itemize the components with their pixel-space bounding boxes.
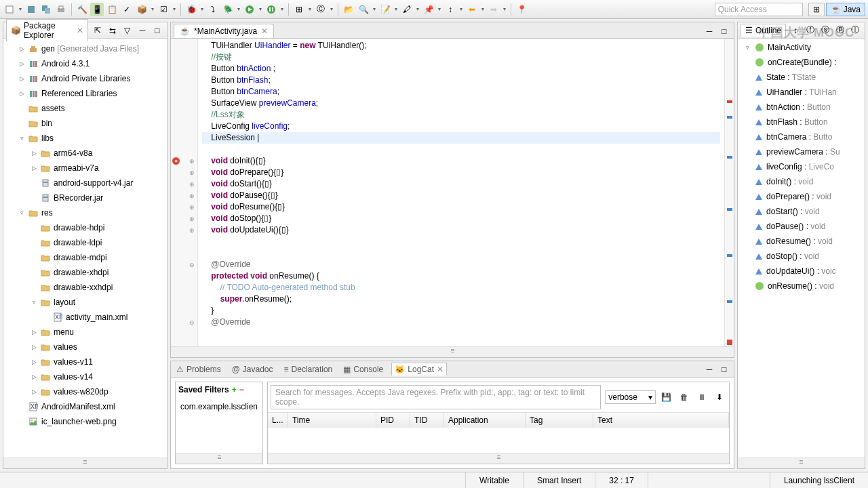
- close-icon[interactable]: ✕: [77, 26, 83, 35]
- logcat-search-input[interactable]: Search for messages. Accepts Java regexe…: [271, 385, 601, 409]
- overview-ruler[interactable]: [724, 39, 734, 346]
- hide-nonpublic-icon[interactable]: ⓟ: [833, 24, 847, 37]
- bottom-tab-declaration[interactable]: ≡Declaration: [281, 363, 336, 375]
- outline-tab[interactable]: ☰ Outline: [741, 24, 786, 37]
- dropdown-icon[interactable]: ▾: [279, 3, 285, 16]
- bottom-tab-javadoc[interactable]: @Javadoc: [229, 363, 276, 375]
- new-class-icon[interactable]: Ⓒ: [314, 3, 328, 16]
- print-icon[interactable]: [54, 3, 68, 16]
- column-header[interactable]: Application: [444, 413, 526, 428]
- tree-item[interactable]: ▿libs: [3, 131, 167, 146]
- tree-item[interactable]: ▷values-v11: [3, 354, 167, 369]
- dropdown-icon[interactable]: ▾: [150, 3, 155, 16]
- build-icon[interactable]: 🔨: [75, 3, 89, 16]
- column-header[interactable]: Text: [593, 413, 729, 428]
- tree-item[interactable]: xmlactivity_main.xml: [3, 310, 167, 325]
- tree-item[interactable]: xmlAndroidManifest.xml: [3, 399, 167, 414]
- column-header[interactable]: Time: [288, 413, 376, 428]
- code-area[interactable]: TUiHandler UiHandler = new TUiHandler();…: [198, 39, 724, 346]
- dropdown-icon[interactable]: ▾: [458, 3, 464, 16]
- minimize-icon[interactable]: ─: [703, 363, 716, 376]
- outline-item[interactable]: doInit() : void: [738, 174, 865, 189]
- clear-log-icon[interactable]: 🗑: [677, 390, 691, 404]
- horizontal-scrollbar[interactable]: [268, 453, 729, 464]
- hide-static-icon[interactable]: ⓢ: [818, 24, 832, 37]
- dropdown-icon[interactable]: ▾: [307, 3, 313, 16]
- task-icon[interactable]: 📝: [378, 3, 392, 16]
- dropdown-icon[interactable]: ▾: [502, 3, 507, 16]
- toggle-icon[interactable]: ☑: [157, 3, 170, 16]
- editor-tab[interactable]: ☕ *MainActivity.java ✕: [174, 24, 274, 38]
- minimize-icon[interactable]: ─: [136, 24, 149, 37]
- new-pkg-icon[interactable]: ⊞: [292, 3, 306, 16]
- tree-item[interactable]: ▷armeabi-v7a: [3, 161, 167, 176]
- open-perspective-button[interactable]: ⊞: [808, 3, 825, 16]
- skip-icon[interactable]: ⤵: [206, 3, 220, 16]
- maximize-icon[interactable]: □: [717, 24, 731, 38]
- tree-item[interactable]: drawable-ldpi: [3, 235, 167, 250]
- outline-item[interactable]: onResume() : void: [738, 279, 865, 293]
- outline-tree[interactable]: ▿ MainActivity onCreate(Bundle) :State :…: [738, 39, 865, 458]
- hide-local-icon[interactable]: ⓛ: [848, 24, 862, 37]
- dropdown-icon[interactable]: ▾: [372, 3, 377, 16]
- outline-item[interactable]: doStart() : void: [738, 204, 865, 219]
- sdk-icon[interactable]: 📱: [90, 3, 104, 16]
- column-header[interactable]: Tag: [526, 413, 593, 428]
- dropdown-icon[interactable]: ▾: [236, 3, 241, 16]
- tree-item[interactable]: drawable-mdpi: [3, 250, 167, 265]
- tree-item[interactable]: ▷gen [Generated Java Files]: [3, 41, 167, 56]
- open-type-icon[interactable]: 📂: [342, 3, 355, 16]
- dropdown-icon[interactable]: ▾: [415, 3, 420, 16]
- tree-item[interactable]: ▷Android 4.3.1: [3, 56, 167, 71]
- bottom-tab-console[interactable]: ▦Console: [340, 363, 386, 375]
- bottom-tab-logcat[interactable]: 🐱LogCat ✕: [391, 363, 447, 375]
- dropdown-icon[interactable]: ▾: [258, 3, 263, 16]
- minimize-icon[interactable]: ─: [703, 24, 716, 38]
- outline-item[interactable]: doResume() : void: [738, 234, 865, 249]
- outline-item[interactable]: btnFlash : Button: [738, 115, 865, 129]
- save-all-icon[interactable]: [39, 3, 53, 16]
- avd-icon[interactable]: 📋: [105, 3, 119, 16]
- java-perspective-button[interactable]: ☕Java: [826, 3, 865, 16]
- tree-item[interactable]: ▷Referenced Libraries: [3, 86, 167, 101]
- save-icon[interactable]: [24, 3, 38, 16]
- run-ext-icon[interactable]: [264, 3, 278, 16]
- view-menu-icon[interactable]: ▽: [121, 24, 134, 37]
- tree-item[interactable]: BRecorder.jar: [3, 190, 167, 205]
- new-project-icon[interactable]: 📦: [135, 3, 149, 16]
- package-explorer-tree[interactable]: ▷gen [Generated Java Files]▷Android 4.3.…: [3, 39, 167, 458]
- pin-icon[interactable]: 📌: [422, 3, 435, 16]
- tree-item[interactable]: ▿res: [3, 205, 167, 220]
- highlight-icon[interactable]: 🖍: [400, 3, 414, 16]
- tree-item[interactable]: bin: [3, 116, 167, 131]
- outline-item[interactable]: liveConfig : LiveCo: [738, 159, 865, 174]
- back-icon[interactable]: ⬅: [465, 3, 479, 16]
- outline-item[interactable]: State : TState: [738, 70, 865, 85]
- outline-item[interactable]: onCreate(Bundle) :: [738, 55, 865, 70]
- forward-icon[interactable]: ➡: [487, 3, 500, 16]
- save-log-icon[interactable]: 💾: [660, 390, 673, 404]
- tree-item[interactable]: ic_launcher-web.png: [3, 414, 167, 429]
- column-header[interactable]: PID: [376, 413, 410, 428]
- dropdown-icon[interactable]: ▾: [393, 3, 399, 16]
- hide-fields-icon[interactable]: ⓕ: [804, 24, 817, 37]
- outline-root[interactable]: ▿ MainActivity: [738, 40, 865, 55]
- outline-item[interactable]: doUpdateUi() : voic: [738, 264, 865, 279]
- dropdown-icon[interactable]: ▾: [437, 3, 442, 16]
- dropdown-icon[interactable]: ▾: [18, 3, 23, 16]
- outline-item[interactable]: btnCamera : Butto: [738, 129, 865, 144]
- outline-item[interactable]: UiHandler : TUiHan: [738, 85, 865, 100]
- column-header[interactable]: L...: [268, 413, 288, 428]
- bottom-tab-problems[interactable]: ⚠Problems: [174, 363, 224, 375]
- tree-item[interactable]: android-support-v4.jar: [3, 176, 167, 190]
- tree-item[interactable]: ▷values-w820dp: [3, 384, 167, 399]
- tree-item[interactable]: ▷values: [3, 340, 167, 354]
- outline-item[interactable]: doPrepare() : void: [738, 189, 865, 204]
- sort-icon[interactable]: ↕: [789, 24, 802, 37]
- editor-gutter[interactable]: ×⊕⊕⊕⊕⊕⊕⊕⊖⊖: [171, 39, 198, 346]
- run-icon[interactable]: [243, 3, 256, 16]
- code-editor[interactable]: ×⊕⊕⊕⊕⊕⊕⊕⊖⊖ TUiHandler UiHandler = new TU…: [171, 39, 734, 346]
- add-filter-icon[interactable]: +: [232, 385, 237, 394]
- debug-run-icon[interactable]: 🪲: [221, 3, 235, 16]
- horizontal-scrollbar[interactable]: [176, 453, 262, 464]
